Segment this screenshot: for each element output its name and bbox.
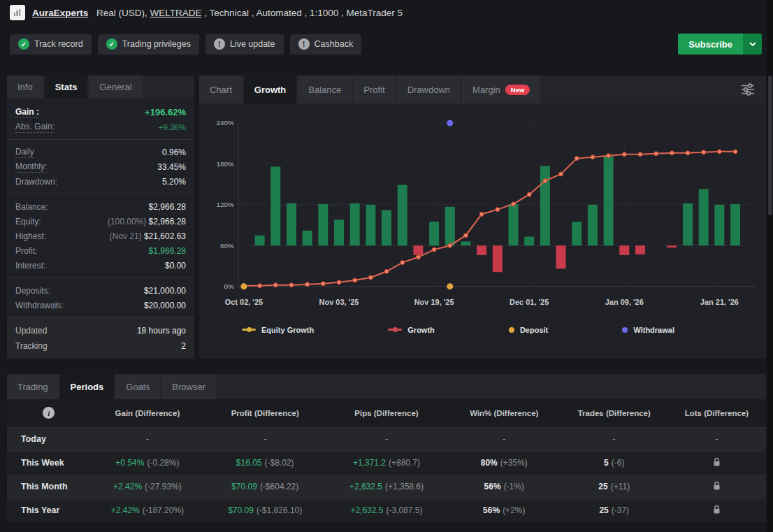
gain-bar[interactable] [334,220,344,245]
scrollbar-thumb[interactable] [768,76,772,215]
tab-margin[interactable]: MarginNew [462,76,540,103]
badge-trading-privileges[interactable]: ✓Trading privileges [98,34,199,55]
loss-bar[interactable] [413,245,423,255]
gain-bar[interactable] [461,241,470,245]
growth-point[interactable] [543,179,547,183]
info-icon[interactable]: i [43,407,55,419]
tab-drawdown[interactable]: Drawdown [397,76,461,103]
gain-bar[interactable] [303,231,312,245]
growth-point[interactable] [368,275,373,280]
loss-bar[interactable] [477,245,486,255]
growth-point[interactable] [496,208,500,212]
table-row-today: Today------ [7,427,766,451]
growth-point[interactable] [527,192,531,196]
growth-point[interactable] [559,172,563,176]
badge-track-record[interactable]: ✓Track record [10,34,92,55]
growth-point[interactable] [463,233,468,238]
gain-bar[interactable] [270,166,280,245]
growth-point[interactable] [591,155,595,159]
loss-bar[interactable] [493,245,503,272]
gain-bar[interactable] [699,189,709,245]
gain-bar[interactable] [398,185,407,246]
stat-label: Withdrawals: [15,301,64,310]
legend-deposit[interactable]: Deposit [509,326,548,334]
loss-bar[interactable] [556,245,566,268]
gain-bar[interactable] [509,204,519,245]
gain-bar[interactable] [255,236,265,246]
growth-point[interactable] [353,278,357,282]
loss-bar[interactable] [667,245,677,247]
badge-live-update[interactable]: !Live update [205,34,284,55]
gain-bar[interactable] [445,207,455,246]
growth-point[interactable] [479,212,484,216]
growth-point[interactable] [638,152,642,157]
gain-bar[interactable] [524,237,534,246]
growth-line[interactable] [244,152,735,286]
tab-stats[interactable]: Stats [45,76,88,99]
stat-value: 33.45% [157,162,186,172]
tab-goals[interactable]: Goals [115,374,160,399]
gain-bar[interactable] [382,210,391,246]
tab-browser[interactable]: Browser [161,374,216,399]
withdrawal-marker[interactable] [447,120,453,126]
badge-cashback[interactable]: !Cashback [290,34,362,55]
deposit-marker[interactable] [447,283,453,289]
legend-growth[interactable]: Growth [388,326,435,334]
subscribe-button[interactable]: Subscribe [678,34,743,55]
chart-plot-area[interactable]: 0%60%120%180%240%Oct 02, '25Nov 03, '25N… [203,108,762,320]
gain-bar[interactable] [429,222,439,245]
subscribe-dropdown-button[interactable] [743,34,762,55]
growth-point[interactable] [717,150,721,154]
growth-point[interactable] [321,282,325,286]
subscribe-split-button[interactable]: Subscribe [678,34,762,55]
broker-link[interactable]: WELTRADE [150,8,202,18]
growth-point[interactable] [400,261,405,265]
tab-profit[interactable]: Profit [353,76,395,103]
growth-point[interactable] [337,280,341,285]
gain-bar[interactable] [714,205,724,245]
tab-trading[interactable]: Trading [7,374,59,399]
growth-point[interactable] [670,151,674,155]
growth-point[interactable] [512,202,516,206]
gain-bar[interactable] [572,222,581,245]
growth-point[interactable] [432,247,436,252]
gain-bar[interactable] [540,166,550,245]
gain-bar[interactable] [730,204,740,245]
growth-point[interactable] [686,151,690,155]
loss-bar[interactable] [619,245,629,255]
growth-point[interactable] [258,284,262,288]
growth-point[interactable] [607,154,611,158]
gain-bar[interactable] [350,203,360,245]
growth-point[interactable] [575,157,579,161]
chart-settings-icon[interactable] [739,82,756,100]
gain-bar[interactable] [318,204,328,245]
growth-point[interactable] [654,152,658,156]
gain-bar[interactable] [683,203,693,245]
tab-info[interactable]: Info [7,76,43,99]
gain-bar[interactable] [287,203,296,245]
growth-point[interactable] [416,255,420,259]
account-name-link[interactable]: AuraExperts [32,8,88,18]
gain-bar[interactable] [366,205,375,245]
svg-text:180%: 180% [216,160,234,168]
deposit-marker[interactable] [240,283,247,289]
growth-point[interactable] [622,152,626,157]
tab-growth[interactable]: Growth [244,76,297,103]
legend-equity-growth[interactable]: Equity Growth [242,326,314,334]
growth-point[interactable] [448,243,452,247]
growth-point[interactable] [384,269,389,273]
tab-balance[interactable]: Balance [298,76,352,103]
tab-periods[interactable]: Periods [60,374,115,399]
legend-withdrawal[interactable]: Withdrawal [622,326,674,334]
gain-bar[interactable] [588,205,598,245]
growth-point[interactable] [289,283,294,287]
growth-point[interactable] [305,282,310,287]
tab-general[interactable]: General [89,76,142,99]
growth-point[interactable] [702,150,706,154]
scrollbar-track[interactable] [767,0,773,532]
tab-chart[interactable]: Chart [199,76,243,103]
loss-bar[interactable] [635,245,645,254]
growth-point[interactable] [733,150,737,154]
growth-point[interactable] [273,283,277,287]
gain-bar[interactable] [604,157,614,246]
